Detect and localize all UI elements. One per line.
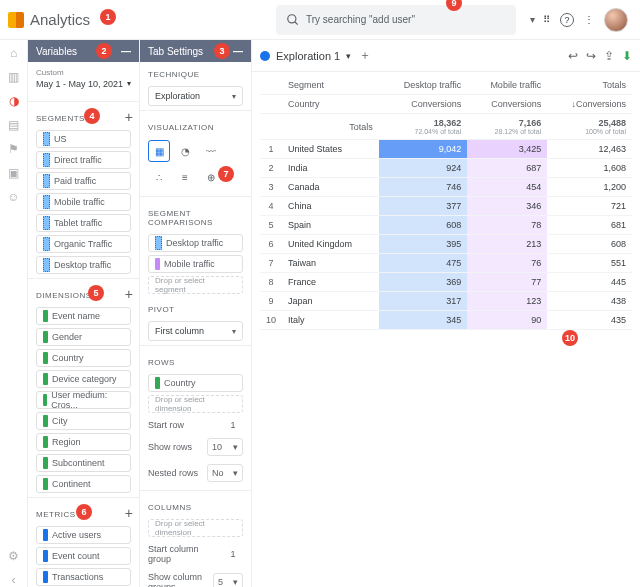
chip-country[interactable]: Country: [36, 349, 131, 367]
badge-1: 1: [100, 9, 116, 25]
viz-bar-icon[interactable]: ≡: [174, 166, 196, 188]
help-icon[interactable]: ?: [560, 13, 574, 27]
badge-5: 5: [88, 285, 104, 301]
redo-icon[interactable]: ↪: [586, 49, 596, 63]
tab-settings-panel: Tab Settings — 3 TECHNIQUE Exploration V…: [140, 40, 252, 587]
exploration-tabs: Exploration 1▾ ＋ ↩ ↪ ⇪ ⬇: [252, 40, 640, 72]
segcomp-desktop[interactable]: Desktop traffic: [148, 234, 243, 252]
rail-config-icon[interactable]: ▣: [7, 166, 21, 180]
table-row[interactable]: 6United Kingdom395213608: [260, 235, 632, 254]
top-actions: ⠿ ? ⋮: [543, 8, 632, 32]
rail-report-icon[interactable]: ▥: [7, 70, 21, 84]
pivot-select[interactable]: First column: [148, 321, 243, 341]
add-metric[interactable]: +: [125, 505, 133, 521]
segcomp-mobile[interactable]: Mobile traffic: [148, 255, 243, 273]
search-input[interactable]: Try searching "add user" 9: [276, 5, 516, 35]
chip-us[interactable]: US: [36, 130, 131, 148]
undo-icon[interactable]: ↩: [568, 49, 578, 63]
badge-10: 10: [562, 330, 578, 346]
badge-4: 4: [84, 108, 100, 124]
table-row[interactable]: 10Italy34590435: [260, 311, 632, 330]
topbar: Analytics 1 Try searching "add user" 9 ▾…: [0, 0, 640, 40]
chip-gender[interactable]: Gender: [36, 328, 131, 346]
rail-ad-icon[interactable]: ▤: [7, 118, 21, 132]
show-cols-select[interactable]: 5▾: [213, 573, 243, 587]
table-row[interactable]: 9Japan317123438: [260, 292, 632, 311]
badge-2: 2: [96, 43, 112, 59]
table-row[interactable]: 7Taiwan47576551: [260, 254, 632, 273]
apps-icon[interactable]: ⠿: [543, 14, 550, 25]
rows-country[interactable]: Country: [148, 374, 243, 392]
svg-point-0: [288, 14, 296, 22]
table-row[interactable]: 5Spain60878681: [260, 216, 632, 235]
data-table: Segment Desktop traffic Mobile traffic T…: [260, 76, 632, 330]
rail-home-icon[interactable]: ⌂: [7, 46, 21, 60]
chip-mobile-traffic[interactable]: Mobile traffic: [36, 193, 131, 211]
chip-transactions[interactable]: Transactions: [36, 568, 131, 586]
search-placeholder: Try searching "add user": [306, 14, 415, 25]
chip-event-name[interactable]: Event name: [36, 307, 131, 325]
search-icon: [286, 13, 300, 27]
chip-paid-traffic[interactable]: Paid traffic: [36, 172, 131, 190]
analytics-logo: [8, 12, 24, 28]
chip-subcontinent[interactable]: Subcontinent: [36, 454, 131, 472]
nav-rail: ⌂ ▥ ◑ ▤ ⚑ ▣ ☺ ⚙ ‹: [0, 40, 28, 587]
minimize-variables[interactable]: —: [121, 46, 131, 57]
main-canvas: Exploration 1▾ ＋ ↩ ↪ ⇪ ⬇ Segment Desktop…: [252, 40, 640, 587]
more-icon[interactable]: ⋮: [584, 14, 594, 25]
tab-settings-header: Tab Settings — 3: [140, 40, 251, 62]
table-row[interactable]: 4China377346721: [260, 197, 632, 216]
share-icon[interactable]: ⇪: [604, 49, 614, 63]
viz-donut-icon[interactable]: ◔: [174, 140, 196, 162]
chip-region[interactable]: Region: [36, 433, 131, 451]
badge-6: 6: [76, 504, 92, 520]
chip-continent[interactable]: Continent: [36, 475, 131, 493]
table-row[interactable]: 1United States9,0423,42512,463: [260, 140, 632, 159]
viz-table-icon[interactable]: ▦: [148, 140, 170, 162]
date-range[interactable]: Custom May 1 - May 10, 2021▾: [28, 62, 139, 97]
app-name: Analytics: [30, 11, 90, 28]
rail-settings-icon[interactable]: ⚙: [7, 549, 21, 563]
variables-panel: Variables — 2 Custom May 1 - May 10, 202…: [28, 40, 140, 587]
minimize-tab[interactable]: —: [233, 46, 243, 57]
technique-select[interactable]: Exploration: [148, 86, 243, 106]
rows-drop[interactable]: Drop or select dimension: [148, 395, 243, 413]
nested-select[interactable]: No▾: [207, 464, 243, 482]
viz-picker: ▦ ◔ 〰 ∴ ≡ ⊕ 7: [140, 136, 251, 192]
chip-event-count[interactable]: Event count: [36, 547, 131, 565]
export-icon[interactable]: ⬇: [622, 49, 632, 63]
add-tab[interactable]: ＋: [359, 47, 371, 64]
chip-active-users[interactable]: Active users: [36, 526, 131, 544]
chip-desktop-traffic[interactable]: Desktop traffic: [36, 256, 131, 274]
rail-flag-icon[interactable]: ⚑: [7, 142, 21, 156]
badge-7: 7: [218, 166, 234, 182]
svg-line-1: [295, 21, 298, 24]
cols-drop[interactable]: Drop or select dimension: [148, 519, 243, 537]
table-row[interactable]: 3Canada7464541,200: [260, 178, 632, 197]
brand: Analytics 1: [8, 11, 138, 28]
chip-tablet-traffic[interactable]: Tablet traffic: [36, 214, 131, 232]
show-rows-select[interactable]: 10▾: [207, 438, 243, 456]
badge-9: 9: [446, 0, 462, 11]
rail-user-icon[interactable]: ☺: [7, 190, 21, 204]
viz-scatter-icon[interactable]: ∴: [148, 166, 170, 188]
chip-city[interactable]: City: [36, 412, 131, 430]
rail-explore-icon[interactable]: ◑: [7, 94, 21, 108]
avatar[interactable]: [604, 8, 628, 32]
chip-direct-traffic[interactable]: Direct traffic: [36, 151, 131, 169]
variables-header: Variables — 2: [28, 40, 139, 62]
add-dimension[interactable]: +: [125, 286, 133, 302]
tab-exploration-1[interactable]: Exploration 1▾: [260, 50, 351, 62]
chip-device-category[interactable]: Device category: [36, 370, 131, 388]
viz-line-icon[interactable]: 〰: [200, 140, 222, 162]
badge-3: 3: [214, 43, 230, 59]
add-segment[interactable]: +: [125, 109, 133, 125]
table-row[interactable]: 8France36977445: [260, 273, 632, 292]
table-row[interactable]: 2India9246871,608: [260, 159, 632, 178]
rail-collapse-icon[interactable]: ‹: [7, 573, 21, 587]
segcomp-drop[interactable]: Drop or select segment: [148, 276, 243, 294]
chip-user-medium-cros-[interactable]: User medium: Cros...: [36, 391, 131, 409]
chip-organic-traffic[interactable]: Organic Traffic: [36, 235, 131, 253]
